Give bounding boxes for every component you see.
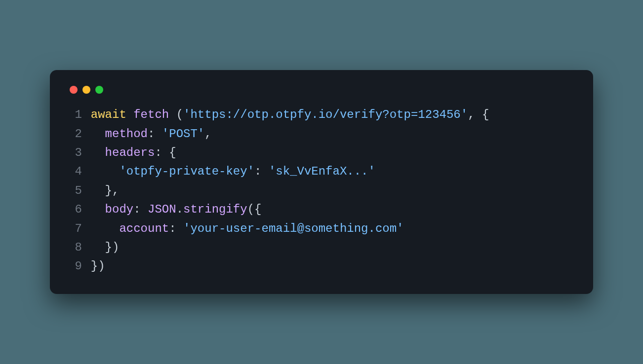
code-token: . xyxy=(176,203,183,216)
code-token: 'otpfy-private-key' xyxy=(119,165,254,178)
code-line: 8 }) xyxy=(68,238,575,257)
line-number: 3 xyxy=(68,144,82,162)
code-token: body xyxy=(105,203,134,216)
line-content: }) xyxy=(91,238,120,257)
line-number: 7 xyxy=(68,219,82,238)
code-token: ({ xyxy=(247,203,262,216)
code-token: JSON xyxy=(148,203,176,216)
code-line: 2 method: 'POST', xyxy=(68,125,575,144)
code-token: }, xyxy=(91,184,120,197)
line-content: await fetch ('https://otp.otpfy.io/verif… xyxy=(91,106,489,124)
code-token: , { xyxy=(468,108,489,121)
code-token xyxy=(91,146,105,159)
minimize-icon[interactable] xyxy=(82,86,90,94)
code-token: headers xyxy=(105,146,155,159)
code-token: }) xyxy=(91,241,120,254)
code-token: await xyxy=(91,108,126,121)
code-line: 5 }, xyxy=(68,182,575,200)
code-line: 7 account: 'your-user-email@something.co… xyxy=(68,219,575,238)
code-token: 'your-user-email@something.com' xyxy=(183,222,403,235)
code-token xyxy=(91,127,105,141)
line-content: body: JSON.stringify({ xyxy=(91,200,262,219)
line-number: 2 xyxy=(68,125,82,144)
code-token: : xyxy=(169,222,183,235)
code-line: 9}) xyxy=(68,257,575,276)
code-token xyxy=(126,108,133,121)
line-number: 6 xyxy=(68,200,82,219)
code-token: }) xyxy=(91,259,105,273)
code-block: 1await fetch ('https://otp.otpfy.io/veri… xyxy=(68,106,575,276)
code-token xyxy=(91,222,120,235)
line-content: account: 'your-user-email@something.com' xyxy=(91,219,404,238)
line-number: 9 xyxy=(68,257,82,276)
code-token: 'https://otp.otpfy.io/verify?otp=123456' xyxy=(183,108,468,121)
code-token: : xyxy=(133,203,148,216)
code-token: stringify xyxy=(183,203,247,216)
line-number: 1 xyxy=(68,106,82,124)
code-token: , xyxy=(204,127,211,141)
code-line: 3 headers: { xyxy=(68,144,575,162)
line-number: 4 xyxy=(68,162,82,181)
code-token xyxy=(91,203,105,216)
code-token: ( xyxy=(169,108,183,121)
line-content: headers: { xyxy=(91,144,176,162)
line-content: }, xyxy=(91,182,120,200)
maximize-icon[interactable] xyxy=(95,86,103,94)
code-token: : xyxy=(254,165,269,178)
code-token: : { xyxy=(155,146,176,159)
code-token: fetch xyxy=(133,108,169,121)
code-token: 'sk_VvEnfaX...' xyxy=(269,165,375,178)
code-token: account xyxy=(119,222,169,235)
code-token xyxy=(91,165,120,178)
line-content: }) xyxy=(91,257,105,276)
line-content: 'otpfy-private-key': 'sk_VvEnfaX...' xyxy=(91,162,375,181)
code-token: : xyxy=(148,127,162,141)
line-number: 8 xyxy=(68,238,82,257)
code-window: 1await fetch ('https://otp.otpfy.io/veri… xyxy=(50,70,593,294)
code-line: 6 body: JSON.stringify({ xyxy=(68,200,575,219)
line-number: 5 xyxy=(68,182,82,200)
code-line: 1await fetch ('https://otp.otpfy.io/veri… xyxy=(68,106,575,124)
code-token: method xyxy=(105,127,148,141)
code-line: 4 'otpfy-private-key': 'sk_VvEnfaX...' xyxy=(68,162,575,181)
close-icon[interactable] xyxy=(70,86,78,94)
window-titlebar xyxy=(68,84,575,106)
line-content: method: 'POST', xyxy=(91,125,212,144)
code-token: 'POST' xyxy=(162,127,204,141)
